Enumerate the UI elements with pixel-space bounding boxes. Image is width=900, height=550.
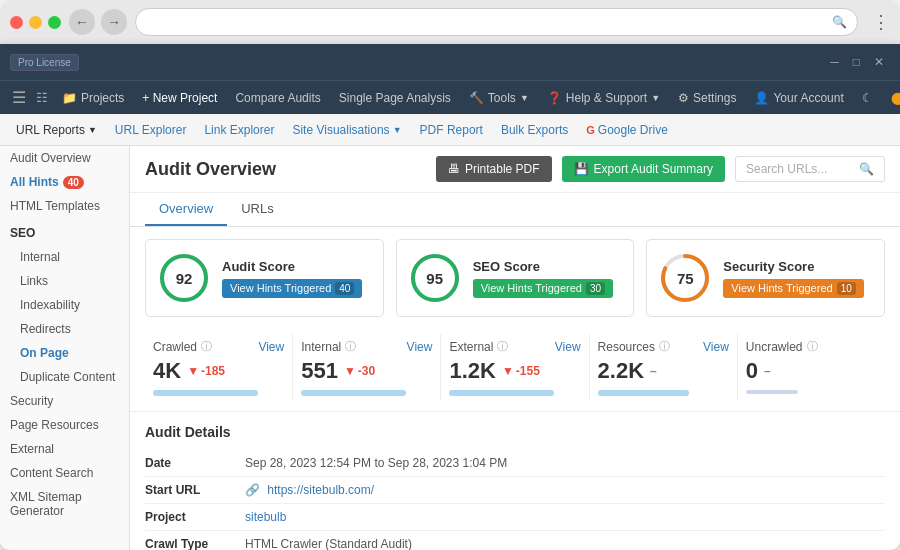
kebab-menu[interactable]: ⋮ [872,11,890,33]
audit-detail-start-url: Start URL 🔗 https://sitebulb.com/ [145,477,885,504]
close-button[interactable]: ✕ [868,53,890,71]
score-card-security: 75 Security Score View Hints Triggered 1… [646,239,885,317]
stat-resources-value: 2.2K – [598,358,729,384]
stat-uncrawled: Uncrawled ⓘ 0 – [738,334,885,401]
sidebar-item-redirects[interactable]: Redirects [0,317,129,341]
sidebar-item-security[interactable]: Security [0,389,129,413]
seo-score-hints-button[interactable]: View Hints Triggered 30 [473,279,613,298]
nav-new-project[interactable]: + New Project [134,85,225,111]
stat-crawled-value: 4K ▼ -185 [153,358,284,384]
sidebar-item-audit-overview[interactable]: Audit Overview [0,146,129,170]
external-info-icon[interactable]: ⓘ [497,339,508,354]
crawled-bar [153,390,258,396]
internal-info-icon[interactable]: ⓘ [345,339,356,354]
second-nav-site-vis[interactable]: Site Visualisations ▼ [284,118,409,142]
nav-account[interactable]: 👤 Your Account [746,85,851,111]
nav-projects[interactable]: 📁 Projects [54,85,132,111]
search-icon: 🔍 [832,15,847,29]
sidebar-item-indexability[interactable]: Indexability [0,293,129,317]
page-title: Audit Overview [145,159,426,180]
nav-help[interactable]: ❓ Help & Support ▼ [539,85,668,111]
resources-view-link[interactable]: View [703,340,729,354]
app-shell: Pro License ─ □ ✕ ☰ ☷ 📁 Projects + New P… [0,44,900,550]
uncrawled-change: – [764,364,771,378]
seo-score-ring: 95 [409,252,461,304]
score-card-audit: 92 Audit Score View Hints Triggered 40 [145,239,384,317]
google-icon: G [586,124,595,136]
stat-external-header: External ⓘ View [449,339,580,354]
external-bar [449,390,554,396]
nav-buttons: ← → [69,9,127,35]
score-card-security-top: 75 Security Score View Hints Triggered 1… [659,252,872,304]
sidebar-item-content-search[interactable]: Content Search [0,461,129,485]
sidebar-item-internal[interactable]: Internal [0,245,129,269]
sidebar-item-duplicate-content[interactable]: Duplicate Content [0,365,129,389]
gear-icon: ⚙ [678,91,689,105]
minimize-traffic-light[interactable] [29,16,42,29]
search-urls-placeholder: Search URLs... [746,162,827,176]
sidebar-item-all-hints[interactable]: All Hints 40 [0,170,129,194]
crawled-view-link[interactable]: View [258,340,284,354]
url-bar[interactable]: 🔍 [135,8,858,36]
audit-project-value[interactable]: sitebulb [245,510,885,524]
nav-theme-toggle[interactable]: ☾ [854,85,881,111]
resources-info-icon[interactable]: ⓘ [659,339,670,354]
uncrawled-info-icon[interactable]: ⓘ [807,339,818,354]
sidebar-item-links[interactable]: Links [0,269,129,293]
nav-compare-audits[interactable]: Compare Audits [227,85,328,111]
tools-chevron-icon: ▼ [520,93,529,103]
audit-score-info: Audit Score View Hints Triggered 40 [222,259,371,298]
audit-start-url-label: Start URL [145,483,245,497]
close-traffic-light[interactable] [10,16,23,29]
wrench-icon: 🔨 [469,91,484,105]
second-nav-url-explorer[interactable]: URL Explorer [107,118,195,142]
security-score-number: 75 [677,270,694,287]
security-score-hints-button[interactable]: View Hints Triggered 10 [723,279,863,298]
nav-single-page[interactable]: Single Page Analysis [331,85,459,111]
second-nav-link-explorer[interactable]: Link Explorer [196,118,282,142]
main-layout: Audit Overview All Hints 40 HTML Templat… [0,146,900,550]
nav-grid-button[interactable]: ☷ [32,86,52,109]
nav-toggle-button[interactable]: ☰ [8,84,30,111]
stat-crawled: Crawled ⓘ View 4K ▼ -185 [145,334,293,401]
internal-change: ▼ -30 [344,364,375,378]
nav-bar: ☰ ☷ 📁 Projects + New Project Compare Aud… [0,80,900,114]
sidebar-item-on-page[interactable]: On Page [0,341,129,365]
audit-detail-date: Date Sep 28, 2023 12:54 PM to Sep 28, 20… [145,450,885,477]
crawled-change: ▼ -185 [187,364,225,378]
second-nav-pdf-report[interactable]: PDF Report [412,118,491,142]
sidebar-item-external[interactable]: External [0,437,129,461]
tab-overview[interactable]: Overview [145,193,227,226]
internal-view-link[interactable]: View [407,340,433,354]
audit-score-hints-button[interactable]: View Hints Triggered 40 [222,279,362,298]
tab-urls[interactable]: URLs [227,193,288,226]
content-area: Audit Overview 🖶 Printable PDF 💾 Export … [130,146,900,550]
all-hints-badge: 40 [63,176,84,189]
crawled-info-icon[interactable]: ⓘ [201,339,212,354]
printable-pdf-button[interactable]: 🖶 Printable PDF [436,156,552,182]
seo-hints-count: 30 [586,282,605,295]
second-nav-bulk-exports[interactable]: Bulk Exports [493,118,576,142]
sidebar-item-page-resources[interactable]: Page Resources [0,413,129,437]
external-view-link[interactable]: View [555,340,581,354]
nav-notification[interactable]: ⬤ [883,85,900,111]
forward-button[interactable]: → [101,9,127,35]
sidebar-item-html-templates[interactable]: HTML Templates [0,194,129,218]
browser-chrome: ← → 🔍 ⋮ [0,0,900,44]
audit-start-url-value[interactable]: 🔗 https://sitebulb.com/ [245,483,885,497]
second-nav-url-reports[interactable]: URL Reports ▼ [8,118,105,142]
maximize-button[interactable]: □ [847,53,866,71]
second-nav-google-drive[interactable]: G Google Drive [578,118,676,142]
back-button[interactable]: ← [69,9,95,35]
nav-settings[interactable]: ⚙ Settings [670,85,744,111]
audit-details-title: Audit Details [145,424,885,440]
window-controls: ─ □ ✕ [824,53,890,71]
stat-crawled-header: Crawled ⓘ View [153,339,284,354]
sidebar-item-xml-sitemap[interactable]: XML Sitemap Generator [0,485,129,523]
search-urls-field[interactable]: Search URLs... 🔍 [735,156,885,182]
audit-detail-project: Project sitebulb [145,504,885,531]
minimize-button[interactable]: ─ [824,53,845,71]
export-audit-button[interactable]: 💾 Export Audit Summary [562,156,725,182]
maximize-traffic-light[interactable] [48,16,61,29]
nav-tools[interactable]: 🔨 Tools ▼ [461,85,537,111]
